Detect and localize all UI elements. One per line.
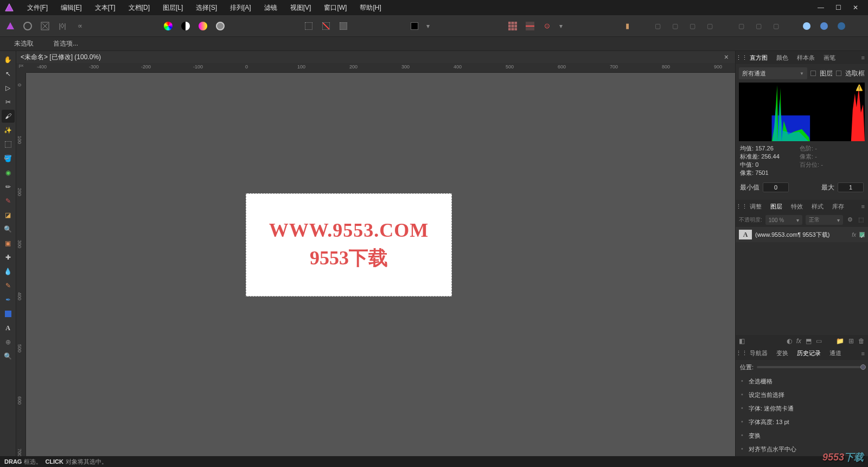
tab-effects[interactable]: 特效 <box>787 203 807 211</box>
add-layer-folder-icon[interactable]: 📁 <box>836 337 844 345</box>
layer-row[interactable]: A (www.9553.com¶ 9553下载) fx ✓ <box>736 227 868 242</box>
panel-menu-icon[interactable]: ≡ <box>861 54 868 61</box>
layer-checkbox[interactable] <box>810 71 816 76</box>
mask-icon[interactable]: ◧ <box>739 337 745 345</box>
view-tool[interactable]: 🔍 <box>2 350 15 363</box>
eraser-tool[interactable]: ◪ <box>2 209 15 222</box>
node-tool[interactable]: ▷ <box>2 81 15 94</box>
layer-gear-icon[interactable]: ⚙ <box>846 216 854 224</box>
persona-photo-icon[interactable] <box>3 19 17 33</box>
tab-history[interactable]: 历史记录 <box>793 349 825 357</box>
persona-tone-icon[interactable]: |◊| <box>55 19 69 33</box>
paint-brush-tool[interactable]: ✏ <box>2 180 15 193</box>
hue-adjust-icon[interactable] <box>196 19 210 33</box>
tab-channels[interactable]: 通道 <box>825 349 846 357</box>
pen-tool[interactable]: ✒ <box>2 293 15 306</box>
brush-select-tool[interactable]: 🖌 <box>2 110 15 123</box>
guides-icon[interactable] <box>523 19 537 33</box>
menu-help[interactable]: 帮助[H] <box>353 3 387 12</box>
ctx-prefs-label[interactable]: 首选项... <box>43 39 88 48</box>
menu-arrange[interactable]: 排列[A] <box>224 3 258 12</box>
blend-mode-dropdown[interactable]: 正常▾ <box>806 215 843 225</box>
zoom-tool[interactable]: 🔍 <box>2 223 15 236</box>
mode-3-icon[interactable] <box>834 19 848 33</box>
mesh-tool[interactable]: ⊕ <box>2 336 15 349</box>
layer-fx-badge[interactable]: fx <box>852 232 856 238</box>
max-input[interactable]: 1 <box>838 182 864 192</box>
tab-styles[interactable]: 样式 <box>807 203 828 211</box>
soft-proof-icon[interactable] <box>213 19 227 33</box>
tab-navigator[interactable]: 导航器 <box>745 349 772 357</box>
clone-tool[interactable]: ▣ <box>2 237 15 250</box>
tab-stock[interactable]: 库存 <box>828 203 848 211</box>
history-item[interactable]: 全选栅格 <box>736 375 868 388</box>
history-position-slider[interactable] <box>757 366 864 368</box>
history-item[interactable]: 设定当前选择 <box>736 388 868 402</box>
swatch-icon[interactable] <box>407 19 422 33</box>
fx-icon-2[interactable]: fx <box>796 337 801 345</box>
min-input[interactable]: 0 <box>763 182 789 192</box>
select-all-icon[interactable] <box>302 19 316 33</box>
hand-tool[interactable]: ✋ <box>2 53 15 66</box>
tab-color[interactable]: 颜色 <box>772 54 793 62</box>
menu-layer[interactable]: 图层[L] <box>156 3 189 12</box>
menu-filter[interactable]: 滤镜 <box>258 3 284 12</box>
viewport[interactable]: WWW.9553.COM 9553下载 <box>26 73 735 467</box>
persona-export-icon[interactable]: ∝ <box>73 19 87 33</box>
text-tool[interactable]: A <box>2 321 15 335</box>
invert-select-icon[interactable] <box>336 19 350 33</box>
blur-tool[interactable]: 💧 <box>2 265 15 278</box>
document-tab-close-icon[interactable]: × <box>724 53 731 61</box>
snap-dd-icon[interactable]: ▾ <box>558 19 564 33</box>
artboard[interactable]: WWW.9553.COM 9553下载 <box>246 193 452 296</box>
mode-1-icon[interactable] <box>800 19 814 33</box>
menu-file[interactable]: 文件[F] <box>21 3 54 12</box>
tab-transform[interactable]: 变换 <box>772 349 793 357</box>
grid-icon[interactable] <box>506 19 520 33</box>
magic-wand-tool[interactable]: ✨ <box>2 124 15 137</box>
adjustment-icon[interactable]: ◐ <box>787 337 792 345</box>
move-tool[interactable]: ↖ <box>2 67 15 80</box>
history-item[interactable]: 变换 <box>736 429 868 443</box>
layers-panel-menu-icon[interactable]: ≡ <box>861 203 868 210</box>
tab-swatches[interactable]: 样本条 <box>793 54 819 62</box>
shape-tool[interactable] <box>2 307 15 320</box>
tab-histogram[interactable]: 直方图 <box>745 54 772 62</box>
bw-adjust-icon[interactable] <box>178 19 193 33</box>
tab-brushes[interactable]: 画笔 <box>819 54 840 62</box>
crop-tool[interactable]: ✂ <box>2 96 15 109</box>
window-minimize-icon[interactable]: — <box>817 4 825 11</box>
assistant-icon[interactable]: ▮ <box>621 19 635 33</box>
pixel-tool[interactable]: ✎ <box>2 194 15 207</box>
gradient-tool[interactable]: ◉ <box>2 166 15 179</box>
mode-2-icon[interactable] <box>817 19 831 33</box>
group-icon[interactable]: ▭ <box>816 337 822 345</box>
window-maximize-icon[interactable]: ☐ <box>834 4 842 11</box>
color-wheel-icon[interactable] <box>161 19 175 33</box>
menu-select[interactable]: 选择[S] <box>189 3 224 12</box>
window-close-icon[interactable]: ✕ <box>852 4 859 11</box>
history-panel-menu-icon[interactable]: ≡ <box>861 350 868 357</box>
layer-visibility-checkbox[interactable]: ✓ <box>859 232 865 237</box>
history-item[interactable]: 字体高度: 13 pt <box>736 415 868 429</box>
menu-document[interactable]: 文档[D] <box>122 3 156 12</box>
clip-icon[interactable]: ⬒ <box>806 337 812 345</box>
tab-adjust[interactable]: 调整 <box>745 203 766 211</box>
menu-text[interactable]: 文本[T] <box>88 3 122 12</box>
add-layer-icon[interactable]: ⊞ <box>848 337 854 345</box>
document-tab-title[interactable]: <未命名> [已修改] (100.0%) <box>21 53 101 62</box>
delete-layer-icon[interactable]: 🗑 <box>858 337 865 345</box>
dodge-tool[interactable]: ✎ <box>2 279 15 292</box>
opacity-input[interactable]: 100 %▾ <box>765 215 803 225</box>
channel-dropdown[interactable]: 所有通道▼ <box>739 67 807 79</box>
persona-develop-icon[interactable] <box>38 19 52 33</box>
snap-icon[interactable]: ⊙ <box>540 19 554 33</box>
layer-lock-icon[interactable]: ⬚ <box>857 216 865 224</box>
heal-tool[interactable]: ✚ <box>2 251 15 264</box>
persona-liquify-icon[interactable] <box>21 19 35 33</box>
marquee-checkbox[interactable] <box>836 71 841 76</box>
tab-layers[interactable]: 图层 <box>766 203 787 211</box>
menu-view[interactable]: 视图[V] <box>284 3 318 12</box>
marquee-tool[interactable] <box>2 138 15 151</box>
menu-edit[interactable]: 编辑[E] <box>54 3 88 12</box>
